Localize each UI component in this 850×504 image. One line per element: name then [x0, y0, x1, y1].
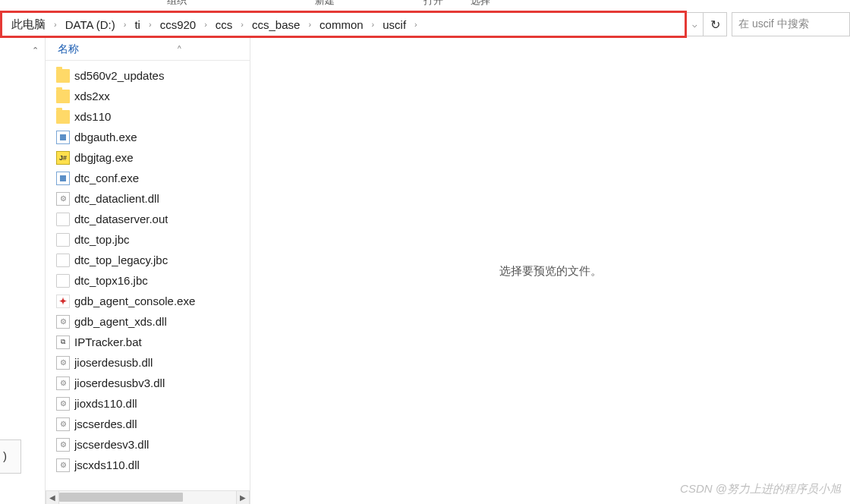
- column-header-label: 名称: [58, 43, 79, 56]
- scroll-right-button[interactable]: ▶: [236, 491, 250, 504]
- file-name: jscserdesv3.dll: [74, 438, 149, 451]
- breadcrumb-segment[interactable]: uscif: [379, 17, 409, 33]
- file-name: xds2xx: [74, 90, 110, 102]
- list-item[interactable]: jscserdes.dll: [52, 414, 250, 434]
- dll-icon: [56, 438, 70, 452]
- breadcrumb-segment[interactable]: ccs920: [157, 17, 200, 33]
- file-name: gdb_agent_console.exe: [74, 295, 195, 307]
- file-name: dtc_top.jbc: [74, 233, 130, 246]
- list-item[interactable]: dtc_dataserver.out: [52, 209, 250, 229]
- list-item[interactable]: xds110: [52, 106, 250, 127]
- list-item[interactable]: jscxds110.dll: [52, 455, 250, 475]
- file-name: dtc_topx16.jbc: [74, 274, 148, 287]
- refresh-button[interactable]: ↻: [704, 13, 726, 36]
- dll-icon: [56, 376, 70, 390]
- dll-icon: [56, 192, 70, 206]
- list-item[interactable]: ⧉IPTracker.bat: [52, 332, 250, 352]
- file-name: jscxds110.dll: [74, 458, 140, 471]
- search-placeholder: 在 uscif 中搜索: [738, 17, 809, 31]
- address-history-dropdown[interactable]: ⌵: [687, 13, 704, 36]
- folder-icon: [56, 110, 70, 124]
- file-name: xds110: [74, 110, 111, 123]
- file-icon: [56, 213, 70, 226]
- ribbon-hint-new: 新建: [315, 0, 335, 8]
- file-name: sd560v2_updates: [74, 69, 164, 82]
- dll-icon: [56, 315, 70, 329]
- dll-icon: [56, 458, 70, 472]
- folder-icon: [56, 90, 70, 103]
- sort-indicator-icon: ^: [178, 45, 181, 53]
- list-item[interactable]: jioserdesusb.dll: [52, 352, 250, 373]
- list-item[interactable]: dbgauth.exe: [52, 127, 250, 147]
- file-name: jioserdesusbv3.dll: [74, 376, 165, 389]
- file-name: gdb_agent_xds.dll: [74, 315, 167, 328]
- horizontal-scrollbar: ◀ ▶: [46, 490, 250, 504]
- column-header-name[interactable]: 名称 ^: [46, 38, 250, 61]
- file-list-pane: 名称 ^ sd560v2_updatesxds2xxxds110dbgauth.…: [46, 38, 250, 504]
- dll-icon: [56, 356, 70, 370]
- nav-collapse-icon[interactable]: ⌃: [32, 46, 39, 55]
- breadcrumb-segment[interactable]: 此电脑: [8, 16, 49, 33]
- chevron-right-icon[interactable]: ›: [370, 20, 377, 29]
- scroll-left-button[interactable]: ◀: [46, 491, 59, 504]
- chevron-right-icon[interactable]: ›: [202, 20, 209, 29]
- dll-icon: [56, 417, 70, 431]
- nav-paren-text: ): [3, 449, 7, 462]
- file-name: dtc_top_legacy.jbc: [74, 254, 168, 266]
- content-area: ⌃ ) 名称 ^ sd560v2_updatesxds2xxxds110dbga…: [0, 38, 850, 504]
- dll-icon: [56, 397, 70, 411]
- list-item[interactable]: J#dbgjtag.exe: [52, 147, 250, 168]
- exe-blue-icon: [56, 131, 70, 144]
- chevron-right-icon[interactable]: ›: [121, 20, 129, 29]
- ribbon-hint-open: 打开: [423, 0, 443, 8]
- file-icon: [56, 254, 70, 267]
- list-item[interactable]: dtc_conf.exe: [52, 168, 250, 188]
- list-item[interactable]: dtc_top_legacy.jbc: [52, 250, 250, 270]
- list-item[interactable]: dtc_topx16.jbc: [52, 270, 250, 291]
- scroll-thumb[interactable]: [59, 493, 183, 502]
- scroll-track[interactable]: [59, 491, 236, 504]
- address-bar-row: 此电脑›DATA (D:)›ti›ccs920›ccs›ccs_base›com…: [0, 11, 850, 38]
- folder-icon: [56, 69, 70, 83]
- file-name: jioxds110.dll: [74, 397, 137, 410]
- ribbon-hints: 组织 新建 打开 选择: [0, 0, 850, 11]
- chevron-right-icon[interactable]: ›: [52, 20, 59, 29]
- file-name: dtc_dataserver.out: [74, 213, 168, 225]
- file-list: sd560v2_updatesxds2xxxds110dbgauth.exeJ#…: [46, 61, 250, 490]
- file-name: jioserdesusb.dll: [74, 356, 153, 369]
- exe-yellow-icon: J#: [56, 151, 70, 165]
- ribbon-hint-select: 选择: [471, 0, 490, 8]
- file-name: dbgjtag.exe: [74, 151, 134, 164]
- breadcrumb-segment[interactable]: DATA (D:): [62, 17, 118, 33]
- breadcrumb-segment[interactable]: ti: [131, 17, 143, 33]
- chevron-right-icon[interactable]: ›: [412, 20, 420, 29]
- list-item[interactable]: dtc_dataclient.dll: [52, 188, 250, 209]
- address-bar[interactable]: 此电脑›DATA (D:)›ti›ccs920›ccs›ccs_base›com…: [0, 11, 687, 38]
- file-name: dtc_conf.exe: [74, 172, 139, 184]
- breadcrumb-segment[interactable]: ccs_base: [249, 17, 303, 33]
- chevron-right-icon[interactable]: ›: [306, 20, 313, 29]
- address-controls: ⌵ ↻: [687, 12, 727, 36]
- ribbon-hint-organize: 组织: [167, 0, 187, 8]
- file-name: IPTracker.bat: [74, 335, 142, 348]
- bat-icon: ⧉: [56, 335, 70, 349]
- breadcrumb-segment[interactable]: common: [316, 17, 367, 33]
- list-item[interactable]: xds2xx: [52, 86, 250, 106]
- list-item[interactable]: jioserdesusbv3.dll: [52, 373, 250, 393]
- exe-red-icon: ✦: [56, 295, 70, 308]
- list-item[interactable]: gdb_agent_xds.dll: [52, 311, 250, 332]
- list-item[interactable]: jscserdesv3.dll: [52, 434, 250, 455]
- list-item[interactable]: ✦gdb_agent_console.exe: [52, 291, 250, 311]
- file-icon: [56, 233, 70, 247]
- exe-blue-icon: [56, 172, 70, 185]
- chevron-right-icon[interactable]: ›: [146, 20, 154, 29]
- list-item[interactable]: dtc_top.jbc: [52, 229, 250, 250]
- chevron-right-icon[interactable]: ›: [238, 20, 246, 29]
- search-input[interactable]: 在 uscif 中搜索: [732, 12, 850, 36]
- list-item[interactable]: jioxds110.dll: [52, 393, 250, 414]
- file-name: jscserdes.dll: [74, 417, 137, 430]
- file-name: dtc_dataclient.dll: [74, 192, 159, 205]
- list-item[interactable]: sd560v2_updates: [52, 65, 250, 86]
- breadcrumb-segment[interactable]: ccs: [212, 17, 236, 33]
- preview-pane: 选择要预览的文件。: [250, 38, 850, 504]
